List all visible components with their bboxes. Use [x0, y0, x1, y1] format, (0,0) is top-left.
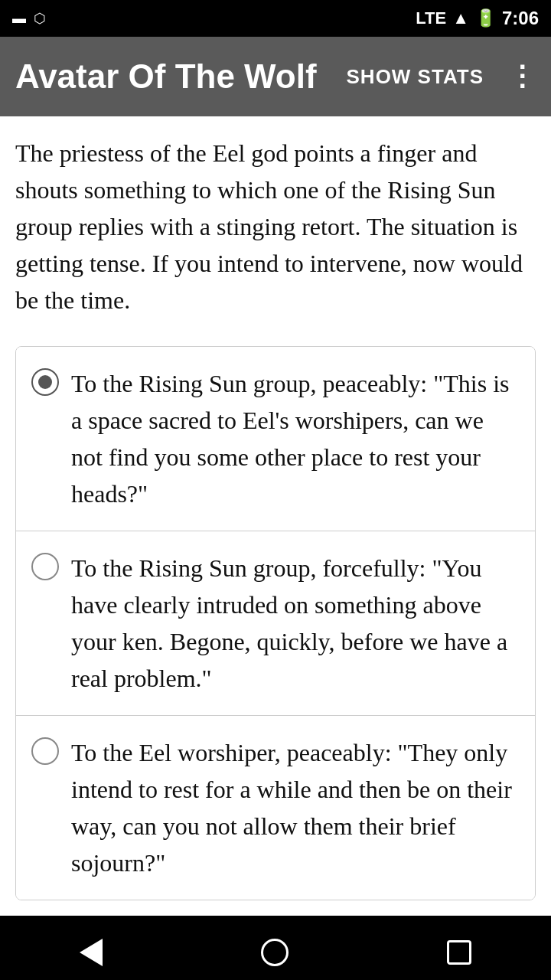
recents-button[interactable] [432, 933, 487, 972]
status-bar-right: LTE ▲ 🔋 7:06 [416, 8, 539, 29]
home-button[interactable] [246, 931, 304, 974]
sim-icon: ▬ [12, 11, 26, 27]
choice-item-2[interactable]: To the Rising Sun group, forcefully: "Yo… [16, 531, 535, 716]
toolbar: Avatar Of The Wolf SHOW STATS ⋮ [0, 37, 551, 116]
back-button[interactable] [64, 931, 118, 974]
android-icon: ⬡ [34, 10, 46, 27]
back-icon [80, 939, 103, 966]
status-bar-left: ▬ ⬡ [12, 10, 46, 27]
choice-item-3[interactable]: To the Eel worshiper, peaceably: "They o… [16, 716, 535, 900]
choice-text-2: To the Rising Sun group, forcefully: "Yo… [71, 550, 520, 697]
story-text: The priestess of the Eel god points a fi… [15, 135, 536, 318]
bottom-navigation [0, 916, 551, 980]
choice-text-1: To the Rising Sun group, peaceably: "Thi… [71, 365, 520, 512]
radio-button-1[interactable] [31, 368, 59, 396]
toolbar-actions: SHOW STATS ⋮ [341, 59, 536, 95]
recents-icon [447, 940, 471, 965]
home-icon [261, 939, 289, 966]
choice-text-3: To the Eel worshiper, peaceably: "They o… [71, 734, 520, 881]
battery-icon: 🔋 [475, 8, 496, 28]
lte-label: LTE [416, 8, 446, 28]
status-bar: ▬ ⬡ LTE ▲ 🔋 7:06 [0, 0, 551, 37]
radio-button-2[interactable] [31, 553, 59, 580]
main-content: The priestess of the Eel god points a fi… [0, 116, 551, 916]
signal-icon: ▲ [452, 8, 469, 28]
app-title: Avatar Of The Wolf [15, 57, 341, 96]
time-display: 7:06 [502, 8, 539, 29]
more-options-icon[interactable]: ⋮ [508, 63, 536, 90]
choices-container: To the Rising Sun group, peaceably: "Thi… [15, 346, 536, 900]
show-stats-button[interactable]: SHOW STATS [341, 59, 490, 95]
radio-button-3[interactable] [31, 737, 59, 765]
choice-item-1[interactable]: To the Rising Sun group, peaceably: "Thi… [16, 347, 535, 531]
